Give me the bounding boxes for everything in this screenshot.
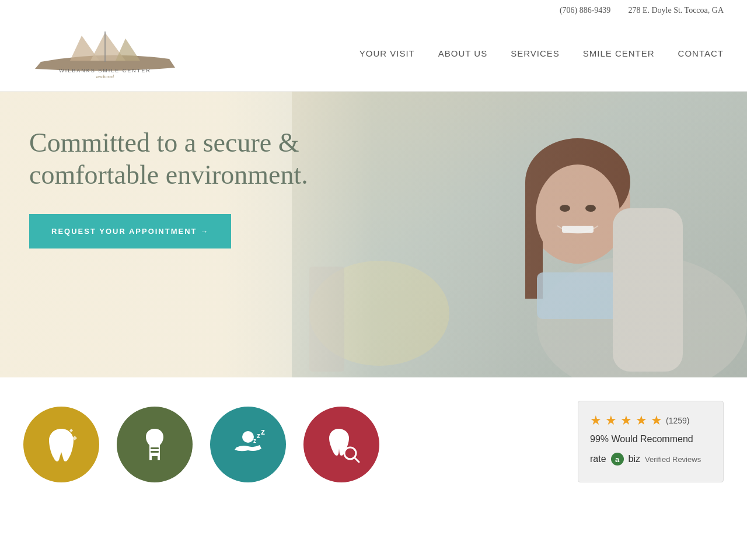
- sedation-icon: z z z: [228, 424, 268, 465]
- star-4: ★: [636, 413, 647, 428]
- nav-your-visit[interactable]: YOUR VISIT: [359, 48, 415, 58]
- icon-cosmetic-dentistry[interactable]: [23, 407, 99, 482]
- icon-circles-row: z z z: [23, 401, 554, 482]
- star-2: ★: [605, 413, 617, 428]
- svg-text:WILBANKS SMILE CENTER: WILBANKS SMILE CENTER: [59, 68, 151, 74]
- svg-point-19: [242, 431, 254, 443]
- stars-row: ★ ★ ★ ★ ★ (1259): [590, 413, 711, 428]
- nav-about-us[interactable]: ABOUT US: [438, 48, 487, 58]
- verified-reviews-text: Verified Reviews: [645, 455, 701, 464]
- tooth-sparkle-icon: [41, 424, 82, 465]
- search-tooth-icon: [321, 424, 362, 465]
- star-5: ★: [651, 413, 662, 428]
- logo-svg: WILBANKS SMILE CENTER anchored: [23, 27, 187, 79]
- svg-rect-18: [151, 451, 159, 453]
- header: WILBANKS SMILE CENTER anchored YOUR VISI…: [0, 21, 747, 92]
- ratebiz-a-badge: a: [611, 453, 624, 466]
- below-hero: z z z ★ ★ ★ ★ ★ (1259) 99% Would Recomme…: [0, 377, 747, 494]
- hero-section: Committed to a secure & comfortable envi…: [0, 92, 747, 377]
- svg-line-24: [354, 457, 359, 462]
- nav-contact[interactable]: CONTACT: [678, 48, 724, 58]
- icon-preventive-care[interactable]: [303, 407, 379, 482]
- top-bar: (706) 886-9439 278 E. Doyle St. Toccoa, …: [0, 0, 747, 21]
- nav-services[interactable]: SERVICES: [511, 48, 560, 58]
- hero-content: Committed to a secure & comfortable envi…: [0, 92, 350, 249]
- rating-widget: ★ ★ ★ ★ ★ (1259) 99% Would Recommend rat…: [578, 401, 724, 482]
- svg-text:z: z: [253, 438, 256, 444]
- svg-rect-17: [151, 447, 159, 449]
- svg-text:anchored: anchored: [96, 74, 114, 79]
- nav-smile-center[interactable]: SMILE CENTER: [583, 48, 655, 58]
- logo[interactable]: WILBANKS SMILE CENTER anchored: [23, 27, 187, 79]
- svg-text:z: z: [261, 427, 265, 436]
- star-1: ★: [590, 413, 602, 428]
- review-count: (1259): [666, 416, 690, 425]
- star-3: ★: [620, 413, 632, 428]
- svg-text:z: z: [257, 432, 260, 440]
- address: 278 E. Doyle St. Toccoa, GA: [628, 6, 724, 15]
- ratebiz-row[interactable]: rate a biz Verified Reviews: [590, 453, 711, 466]
- appointment-cta-button[interactable]: REQUEST YOUR APPOINTMENT →: [29, 214, 231, 249]
- main-nav: YOUR VISIT ABOUT US SERVICES SMILE CENTE…: [359, 48, 724, 58]
- phone-number[interactable]: (706) 886-9439: [560, 6, 611, 15]
- implant-icon: [134, 424, 175, 465]
- icon-sedation-dentistry[interactable]: z z z: [210, 407, 286, 482]
- ratebiz-prefix: rate: [590, 454, 606, 464]
- icon-dental-implants[interactable]: [117, 407, 193, 482]
- recommend-text: 99% Would Recommend: [590, 434, 711, 444]
- hero-headline: Committed to a secure & comfortable envi…: [29, 127, 350, 191]
- ratebiz-suffix: biz: [629, 454, 640, 464]
